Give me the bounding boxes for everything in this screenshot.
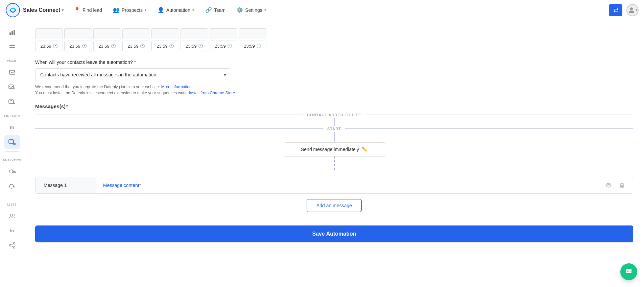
svg-rect-25 [620, 184, 624, 187]
clock-icon-8: 🕐 [256, 44, 261, 48]
time-cell-6[interactable]: 23:59 🕐 [181, 41, 208, 51]
time-cell-7[interactable]: 23:59 🕐 [210, 41, 237, 51]
messages-section-label: Messages(s) * [35, 103, 633, 109]
flow-vertical-line-dashed [334, 157, 335, 170]
time-cell-empty-4[interactable] [122, 28, 150, 39]
prospects-icon: 👥 [113, 7, 120, 13]
svg-rect-11 [9, 100, 14, 103]
dropdown-chevron: ▾ [224, 72, 226, 77]
nav-prospects[interactable]: 👥 Prospects ▾ [108, 4, 151, 16]
svg-point-21 [13, 243, 15, 244]
info-text-datenly: We recommend that you integrate the Date… [35, 85, 339, 89]
clock-icon-1: 🕐 [53, 44, 58, 48]
flow-send-message-box[interactable]: Send message immediately ✏️ [284, 142, 385, 157]
sidebar-section-email-label: EMAIL [7, 59, 17, 63]
clock-icon-2: 🕐 [82, 44, 87, 48]
automation-chevron: ▾ [192, 8, 194, 12]
flow-start-label: START [323, 126, 345, 131]
switch-button[interactable]: ⇄ [609, 4, 622, 16]
svg-text:+: + [13, 185, 15, 189]
top-navigation: Sales Connect ▾ 📍 Find lead 👥 Prospects … [0, 0, 644, 20]
time-cell-empty-8[interactable] [239, 28, 266, 39]
time-cell-1[interactable]: 23:59 🕐 [35, 41, 63, 51]
svg-rect-6 [9, 47, 15, 48]
nav-settings[interactable]: ⚙️ Settings ▾ [232, 4, 271, 16]
nav-find-lead[interactable]: 📍 Find lead [69, 4, 107, 16]
time-slots-section: 23:59 🕐 23:59 🕐 23:59 🕐 23:59 🕐 23:59 🕐 … [35, 28, 633, 51]
message-card-1: Message 1 Message content* [35, 177, 633, 194]
sidebar-item-analytics-chart[interactable] [4, 26, 20, 39]
install-chrome-store-link[interactable]: Install from Chrome Store [189, 91, 235, 95]
svg-text:in: in [13, 170, 16, 174]
settings-icon: ⚙️ [236, 7, 243, 13]
sidebar-item-global-add[interactable]: + [4, 180, 20, 193]
find-lead-icon: 📍 [74, 7, 80, 13]
sidebar-item-analytics-linkedin[interactable]: in [4, 165, 20, 178]
sidebar-item-email-template[interactable]: + [4, 95, 20, 109]
sidebar-item-lists-people[interactable] [4, 209, 20, 222]
svg-text:in: in [13, 142, 16, 145]
nav-team[interactable]: 🔗 Team [200, 4, 230, 16]
time-cell-3[interactable]: 23:59 🕐 [93, 41, 121, 51]
sidebar-item-email-compose[interactable]: + [4, 80, 20, 94]
sidebar-item-lists-linkedin-icon[interactable]: in [4, 224, 20, 237]
svg-point-28 [628, 271, 629, 272]
svg-point-1 [630, 7, 633, 10]
clock-icon-4: 🕐 [140, 44, 145, 48]
svg-point-0 [6, 3, 20, 17]
svg-rect-3 [11, 31, 13, 35]
time-slots-row-values: 23:59 🕐 23:59 🕐 23:59 🕐 23:59 🕐 23:59 🕐 … [35, 41, 633, 51]
leave-automation-dropdown[interactable]: Contacts have received all messages in t… [35, 68, 231, 81]
svg-rect-4 [14, 30, 15, 35]
time-cell-empty-1[interactable] [35, 28, 63, 39]
sidebar-item-linkedin[interactable]: in [4, 120, 20, 134]
sidebar-item-linkedin-sequence[interactable]: in [4, 135, 20, 149]
logo-area[interactable]: Sales Connect ▾ [5, 3, 64, 18]
svg-rect-9 [9, 85, 14, 89]
sidebar-section-lists-label: LISTS [7, 203, 17, 206]
sidebar: EMAIL + + LINKEDIN in in ANALYTICS [0, 20, 24, 287]
pencil-icon: ✏️ [362, 147, 367, 152]
clock-icon-5: 🕐 [169, 44, 174, 48]
time-cell-empty-3[interactable] [93, 28, 121, 39]
time-cell-empty-5[interactable] [151, 28, 179, 39]
message-card-actions [598, 177, 633, 193]
svg-point-22 [9, 245, 11, 246]
time-cell-empty-2[interactable] [64, 28, 92, 39]
clock-icon-7: 🕐 [227, 44, 232, 48]
add-message-button[interactable]: Add an message [307, 199, 362, 212]
more-information-link[interactable]: More information [161, 85, 192, 89]
app-logo-icon [5, 3, 20, 18]
save-automation-button[interactable]: Save Automation [35, 225, 633, 242]
nav-automation[interactable]: 👤 Automation ▾ [153, 4, 199, 16]
main-content: 23:59 🕐 23:59 🕐 23:59 🕐 23:59 🕐 23:59 🕐 … [24, 20, 644, 287]
nav-items: 📍 Find lead 👥 Prospects ▾ 👤 Automation ▾… [69, 4, 271, 16]
message-1-content: Message content* [96, 177, 598, 193]
sidebar-item-menu[interactable] [4, 41, 20, 54]
leave-automation-section: When will your contacts leave the automa… [35, 59, 339, 95]
svg-text:+: + [13, 102, 15, 105]
sidebar-item-lists-share[interactable] [4, 239, 20, 252]
required-star-2: * [66, 103, 68, 109]
svg-point-20 [13, 214, 14, 216]
flow-contact-added-label: CONTACT ADDED TO LIST [303, 112, 365, 118]
svg-rect-5 [9, 45, 15, 46]
svg-point-29 [630, 271, 631, 272]
clock-icon-6: 🕐 [198, 44, 203, 48]
sidebar-section-analytics-label: ANALYTICS [3, 159, 21, 162]
time-cell-8[interactable]: 23:59 🕐 [239, 41, 266, 51]
time-cell-5[interactable]: 23:59 🕐 [151, 41, 179, 51]
sidebar-divider-2 [5, 196, 19, 196]
sidebar-item-email-inbox[interactable] [4, 66, 20, 79]
time-cell-4[interactable]: 23:59 🕐 [122, 41, 150, 51]
message-preview-button[interactable] [603, 180, 614, 191]
user-avatar[interactable]: ▾ [626, 4, 639, 16]
info-text-install: You must install the Datenly x salesconn… [35, 91, 339, 95]
message-delete-button[interactable] [617, 180, 627, 191]
time-cell-empty-6[interactable] [181, 28, 208, 39]
sidebar-divider-1 [5, 151, 19, 152]
message-content-link[interactable]: Message content* [103, 183, 141, 188]
time-cell-empty-7[interactable] [210, 28, 237, 39]
time-cell-2[interactable]: 23:59 🕐 [64, 41, 92, 51]
chat-bubble[interactable] [620, 263, 637, 280]
